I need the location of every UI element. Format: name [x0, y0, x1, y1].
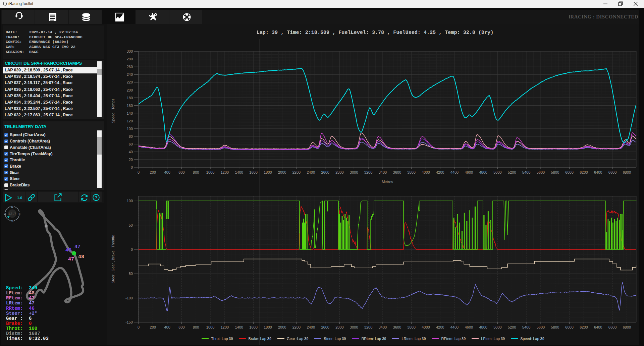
- svg-text:5800: 5800: [551, 170, 559, 174]
- svg-text:4400: 4400: [450, 325, 459, 329]
- svg-text:0: 0: [138, 325, 140, 329]
- svg-text:0: 0: [131, 165, 133, 169]
- svg-text:3800: 3800: [407, 325, 415, 329]
- svg-text:1400: 1400: [235, 170, 243, 174]
- svg-text:160: 160: [127, 104, 133, 108]
- svg-text:240: 240: [127, 72, 133, 76]
- svg-text:5600: 5600: [537, 325, 545, 329]
- svg-text:5800: 5800: [551, 325, 559, 329]
- svg-text:4200: 4200: [436, 325, 444, 329]
- svg-text:2000: 2000: [278, 325, 286, 329]
- svg-text:60: 60: [129, 142, 133, 146]
- svg-text:3000: 3000: [350, 325, 358, 329]
- svg-text:6600: 6600: [608, 170, 616, 174]
- svg-text:280: 280: [127, 57, 133, 61]
- svg-text:2600: 2600: [321, 325, 329, 329]
- svg-text:100: 100: [127, 199, 133, 203]
- svg-text:300: 300: [127, 49, 133, 53]
- svg-text:Metres: Metres: [382, 180, 393, 184]
- svg-text:5400: 5400: [522, 325, 530, 329]
- svg-text:800: 800: [193, 170, 199, 174]
- svg-text:4000: 4000: [422, 170, 430, 174]
- svg-text:4600: 4600: [465, 170, 473, 174]
- svg-text:3600: 3600: [393, 170, 401, 174]
- svg-text:4600: 4600: [465, 325, 473, 329]
- svg-text:Speed , Temps: Speed , Temps: [111, 99, 115, 123]
- svg-text:1200: 1200: [221, 170, 229, 174]
- svg-text:2000: 2000: [278, 170, 286, 174]
- svg-text:400: 400: [164, 170, 170, 174]
- svg-text:6800: 6800: [623, 170, 631, 174]
- svg-text:1600: 1600: [249, 170, 257, 174]
- svg-text:3400: 3400: [379, 325, 387, 329]
- svg-text:3200: 3200: [364, 325, 372, 329]
- svg-text:200: 200: [127, 88, 133, 92]
- svg-text:400: 400: [164, 325, 170, 329]
- svg-text:3800: 3800: [407, 170, 415, 174]
- svg-text:100: 100: [127, 127, 133, 131]
- svg-text:3400: 3400: [379, 170, 387, 174]
- svg-text:120: 120: [127, 119, 133, 123]
- svg-text:50: 50: [129, 223, 133, 227]
- svg-text:2600: 2600: [321, 170, 329, 174]
- svg-text:5400: 5400: [522, 170, 530, 174]
- svg-text:4400: 4400: [450, 170, 459, 174]
- svg-text:180: 180: [127, 96, 133, 100]
- svg-text:3000: 3000: [350, 170, 358, 174]
- svg-text:80: 80: [129, 134, 133, 138]
- svg-text:6800: 6800: [623, 325, 631, 329]
- svg-text:5000: 5000: [493, 170, 501, 174]
- svg-text:6600: 6600: [608, 325, 616, 329]
- svg-text:6000: 6000: [565, 325, 573, 329]
- svg-text:5200: 5200: [508, 170, 516, 174]
- svg-text:1800: 1800: [264, 170, 272, 174]
- svg-text:6400: 6400: [594, 170, 602, 174]
- svg-text:2400: 2400: [307, 325, 315, 329]
- svg-text:260: 260: [127, 65, 133, 69]
- svg-text:4800: 4800: [479, 170, 487, 174]
- svg-text:1400: 1400: [235, 325, 243, 329]
- svg-text:20: 20: [129, 158, 133, 162]
- svg-text:0: 0: [131, 247, 133, 251]
- svg-text:800: 800: [193, 325, 199, 329]
- svg-text:4200: 4200: [436, 170, 444, 174]
- svg-text:6400: 6400: [594, 325, 602, 329]
- svg-text:-100: -100: [125, 296, 133, 300]
- svg-text:200: 200: [150, 325, 156, 329]
- svg-text:1000: 1000: [206, 325, 214, 329]
- svg-text:2400: 2400: [307, 170, 315, 174]
- svg-text:2800: 2800: [335, 170, 343, 174]
- svg-text:4000: 4000: [422, 325, 430, 329]
- svg-text:40: 40: [129, 150, 133, 154]
- svg-text:1800: 1800: [264, 325, 272, 329]
- svg-text:3600: 3600: [393, 325, 401, 329]
- svg-text:-50: -50: [127, 272, 133, 276]
- svg-text:0: 0: [138, 170, 140, 174]
- svg-text:5600: 5600: [537, 170, 545, 174]
- svg-text:2200: 2200: [292, 170, 301, 174]
- svg-text:-150: -150: [125, 320, 133, 324]
- svg-text:600: 600: [178, 170, 184, 174]
- svg-text:3200: 3200: [364, 170, 372, 174]
- svg-text:1000: 1000: [206, 170, 214, 174]
- svg-text:140: 140: [127, 111, 133, 115]
- svg-text:600: 600: [178, 325, 184, 329]
- svg-text:4800: 4800: [479, 325, 487, 329]
- svg-text:6200: 6200: [580, 170, 588, 174]
- svg-text:1600: 1600: [249, 325, 257, 329]
- svg-text:6200: 6200: [580, 325, 588, 329]
- svg-text:2800: 2800: [335, 325, 343, 329]
- svg-text:5200: 5200: [508, 325, 516, 329]
- svg-text:200: 200: [150, 170, 156, 174]
- svg-text:6000: 6000: [565, 170, 573, 174]
- svg-text:Steer , Gear , Brake , Throttl: Steer , Gear , Brake , Throttle: [111, 235, 115, 283]
- svg-text:2200: 2200: [292, 325, 301, 329]
- svg-text:1200: 1200: [221, 325, 229, 329]
- svg-text:220: 220: [127, 80, 133, 84]
- svg-text:5000: 5000: [493, 325, 501, 329]
